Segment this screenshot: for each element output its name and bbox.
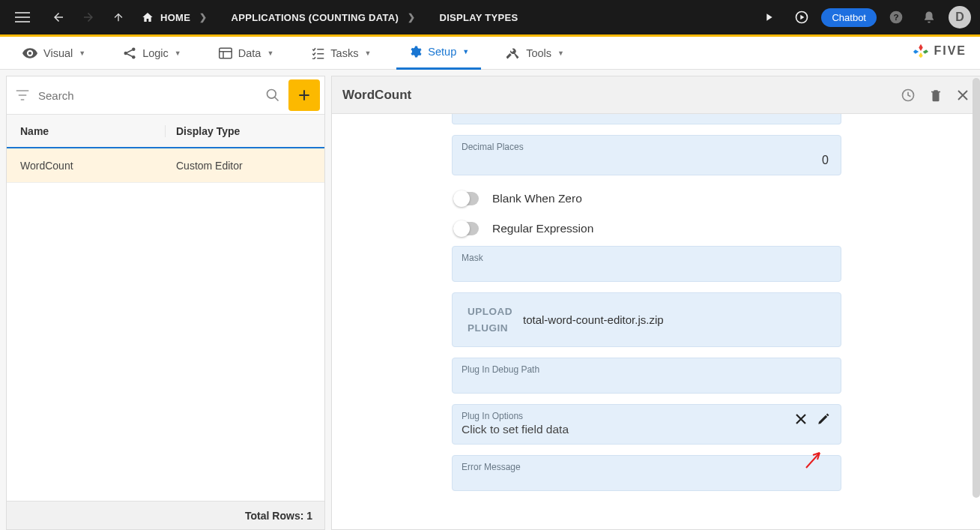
up-icon[interactable] xyxy=(105,4,132,31)
tab-data-label: Data xyxy=(238,47,261,59)
left-panel: Name Display Type WordCount Custom Edito… xyxy=(6,76,325,530)
tab-tools[interactable]: Tools▼ xyxy=(494,37,576,70)
right-panel-actions xyxy=(901,88,970,103)
bell-icon[interactable] xyxy=(916,4,943,31)
header-display-type[interactable]: Display Type xyxy=(166,125,324,137)
tab-tasks[interactable]: Tasks▼ xyxy=(299,37,383,70)
svg-point-3 xyxy=(28,51,31,54)
plugin-debug-path-field[interactable]: Plug In Debug Path xyxy=(452,358,841,394)
history-icon[interactable] xyxy=(901,88,916,103)
regex-toggle[interactable] xyxy=(453,222,479,235)
top-bar: HOME ❯ APPLICATIONS (COUNTING DATA) ❯ DI… xyxy=(0,0,980,34)
run-debug-icon[interactable] xyxy=(788,4,815,31)
brand-text: FIVE xyxy=(934,44,967,58)
home-icon xyxy=(141,11,154,23)
table-icon xyxy=(219,47,232,59)
svg-text:?: ? xyxy=(893,12,898,22)
tab-logic-label: Logic xyxy=(142,47,169,59)
list-row[interactable]: WordCount Custom Editor xyxy=(7,148,324,183)
page-title: WordCount xyxy=(342,88,411,103)
chevron-right-icon: ❯ xyxy=(199,12,207,22)
upload-plugin-label: UPLOAD PLUGIN xyxy=(468,304,512,336)
row-type: Custom Editor xyxy=(166,160,324,172)
blank-when-zero-toggle[interactable] xyxy=(453,192,479,205)
truncated-field-top xyxy=(452,114,841,124)
work-area: Name Display Type WordCount Custom Edito… xyxy=(0,70,980,530)
regex-label: Regular Expression xyxy=(492,222,593,235)
right-panel: WordCount Decimal Places 0 Blank When Ze… xyxy=(331,76,980,530)
search-row xyxy=(7,76,324,114)
tab-visual[interactable]: Visual▼ xyxy=(10,37,97,70)
dropdown-icon: ▼ xyxy=(175,49,181,57)
breadcrumb-display-types[interactable]: DISPLAY TYPES xyxy=(433,4,524,31)
plugin-options-actions xyxy=(794,411,832,427)
mask-field[interactable]: Mask xyxy=(452,246,841,282)
tab-data[interactable]: Data▼ xyxy=(207,37,286,70)
field-wrapper: Decimal Places 0 Blank When Zero Regular… xyxy=(452,114,841,491)
plugin-options-field[interactable]: Plug In Options Click to set field data xyxy=(452,404,841,445)
chatbot-button[interactable]: Chatbot xyxy=(821,8,877,27)
upload-label-line1: UPLOAD xyxy=(468,304,512,320)
search-icon[interactable] xyxy=(257,88,288,103)
header-name[interactable]: Name xyxy=(7,125,166,137)
play-icon[interactable] xyxy=(755,4,782,31)
brand-logo: FIVE xyxy=(913,43,967,59)
share-icon xyxy=(123,46,136,60)
svg-rect-7 xyxy=(220,48,232,58)
tab-setup[interactable]: Setup▼ xyxy=(396,37,481,70)
decimal-places-label: Decimal Places xyxy=(462,142,832,152)
breadcrumb-display-types-label: DISPLAY TYPES xyxy=(439,12,518,23)
delete-icon[interactable] xyxy=(929,88,943,103)
list-footer: Total Rows: 1 xyxy=(7,501,324,529)
tab-setup-label: Setup xyxy=(428,46,456,58)
scrollbar[interactable] xyxy=(973,78,980,498)
dropdown-icon: ▼ xyxy=(267,49,273,57)
eye-icon xyxy=(22,48,37,58)
row-name: WordCount xyxy=(7,160,166,172)
clear-options-icon[interactable] xyxy=(794,412,809,427)
gear-icon xyxy=(408,45,422,58)
dropdown-icon: ▼ xyxy=(557,49,564,57)
breadcrumb-home-label: HOME xyxy=(160,12,190,23)
plugin-options-value: Click to set field data xyxy=(462,423,794,436)
right-panel-body[interactable]: Decimal Places 0 Blank When Zero Regular… xyxy=(332,114,980,529)
secondary-tabs: Visual▼ Logic▼ Data▼ Tasks▼ Setup▼ Tools… xyxy=(0,37,980,70)
tab-visual-label: Visual xyxy=(43,47,73,59)
blank-when-zero-label: Blank When Zero xyxy=(492,192,582,205)
error-message-field[interactable]: Error Message xyxy=(452,455,841,491)
topbar-right: Chatbot ? D xyxy=(755,4,971,31)
avatar[interactable]: D xyxy=(949,6,971,28)
dropdown-icon: ▼ xyxy=(79,49,85,57)
breadcrumb-home[interactable]: HOME ❯ xyxy=(135,4,223,31)
decimal-places-field[interactable]: Decimal Places 0 xyxy=(452,135,841,175)
filter-icon[interactable] xyxy=(7,90,38,100)
tab-logic[interactable]: Logic▼ xyxy=(111,37,193,70)
hamburger-icon[interactable] xyxy=(9,4,36,31)
error-message-label: Error Message xyxy=(462,462,832,472)
back-icon[interactable] xyxy=(45,4,72,31)
checklist-icon xyxy=(311,47,324,59)
mask-label: Mask xyxy=(462,253,832,263)
search-input[interactable] xyxy=(38,89,257,102)
plugin-options-label: Plug In Options xyxy=(462,411,794,421)
blank-when-zero-row: Blank When Zero xyxy=(453,192,841,205)
topbar-left: HOME ❯ APPLICATIONS (COUNTING DATA) ❯ DI… xyxy=(9,4,524,31)
add-button[interactable] xyxy=(288,79,320,111)
help-icon[interactable]: ? xyxy=(883,4,910,31)
total-rows-label: Total Rows: 1 xyxy=(245,510,312,522)
decimal-places-value: 0 xyxy=(462,154,832,167)
upload-plugin-field[interactable]: UPLOAD PLUGIN total-word-count-editor.js… xyxy=(452,292,841,347)
upload-plugin-filename: total-word-count-editor.js.zip xyxy=(523,313,664,326)
dropdown-icon: ▼ xyxy=(364,49,371,57)
chevron-right-icon: ❯ xyxy=(408,12,415,22)
right-panel-header: WordCount xyxy=(332,76,980,114)
close-icon[interactable] xyxy=(956,88,970,103)
list-header: Name Display Type xyxy=(7,114,324,148)
dropdown-icon: ▼ xyxy=(462,48,469,55)
edit-options-icon[interactable] xyxy=(817,412,832,427)
regex-row: Regular Expression xyxy=(453,222,841,235)
tab-tools-label: Tools xyxy=(526,47,551,59)
forward-icon xyxy=(75,4,102,31)
breadcrumb-applications[interactable]: APPLICATIONS (COUNTING DATA) ❯ xyxy=(226,4,431,31)
tab-tasks-label: Tasks xyxy=(330,47,358,59)
